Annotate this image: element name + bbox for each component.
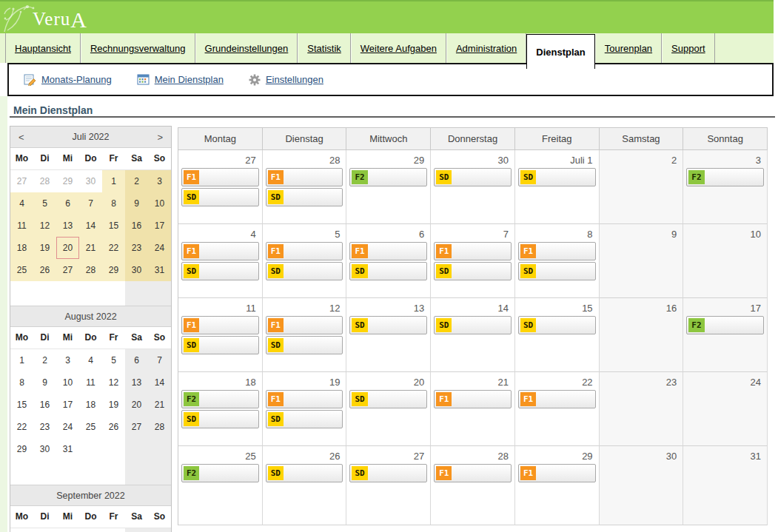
mini-day-cell[interactable]: 13 [125,371,148,394]
shift-entry-f1[interactable]: F1 [181,242,259,260]
shift-entry-sd[interactable]: SD [266,188,343,206]
mini-day-cell[interactable]: 8 [102,192,125,215]
mini-day-cell[interactable]: 27 [56,259,79,281]
mini-day-cell[interactable]: 10 [56,371,79,394]
shift-entry-sd[interactable]: SD [266,410,343,428]
shift-entry-sd[interactable]: SD [434,262,512,280]
mini-day-cell[interactable]: 1 [79,528,102,532]
shift-entry-f1[interactable]: F1 [181,168,259,186]
shift-entry-sd[interactable]: SD [181,262,259,280]
mini-day-cell[interactable]: 9 [125,192,148,215]
shift-entry-f1[interactable]: F1 [434,242,512,260]
shift-entry-sd[interactable]: SD [349,262,427,280]
shift-entry-f2[interactable]: F2 [686,316,764,334]
mini-day-cell[interactable]: 16 [125,215,148,237]
shift-entry-f1[interactable]: F1 [518,390,596,408]
mini-day-cell[interactable]: 29 [102,259,125,281]
mini-day-cell[interactable]: 6 [56,192,79,215]
mini-day-cell[interactable]: 3 [56,349,79,371]
mini-day-cell[interactable] [10,528,33,532]
shift-entry-f1[interactable]: F1 [518,464,596,482]
mini-day-cell[interactable]: 16 [33,394,56,416]
mini-day-cell[interactable]: 14 [79,215,102,237]
mini-day-cell[interactable]: 15 [10,394,33,416]
mini-day-cell[interactable]: 27 [125,416,148,438]
mini-day-cell[interactable]: 9 [33,371,56,394]
mini-day-cell[interactable]: 17 [56,394,79,416]
mini-day-cell[interactable]: 3 [125,528,148,532]
shift-entry-f2[interactable]: F2 [181,390,259,408]
mini-day-cell[interactable]: 21 [148,394,171,416]
mini-day-cell[interactable]: 2 [33,349,56,371]
mini-day-cell[interactable]: 1 [102,170,125,192]
mini-day-cell[interactable] [56,528,79,532]
mini-day-cell[interactable]: 30 [79,170,102,192]
shift-entry-sd[interactable]: SD [266,336,343,354]
mini-day-cell[interactable]: 3 [148,170,171,192]
shift-entry-f2[interactable]: F2 [181,464,259,482]
toolbar-item-mein-dienstplan[interactable]: Mein Dienstplan [137,73,224,86]
mini-day-cell[interactable]: 20 [125,394,148,416]
mini-day-cell[interactable]: 31 [56,438,79,460]
mini-day-cell[interactable]: 11 [10,215,33,237]
mini-day-cell[interactable]: 19 [33,237,56,259]
mini-day-cell[interactable]: 5 [33,192,56,215]
mini-day-cell[interactable]: 20 [56,237,79,259]
mini-day-cell[interactable]: 4 [10,192,33,215]
shift-entry-sd[interactable]: SD [266,262,343,280]
mini-day-cell[interactable]: 17 [148,215,171,237]
mini-day-cell[interactable] [33,528,56,532]
mini-day-cell[interactable]: 23 [33,416,56,438]
mini-day-cell[interactable]: 29 [56,170,79,192]
next-month-arrow[interactable]: > [149,127,171,147]
shift-entry-sd[interactable]: SD [266,464,343,482]
shift-entry-sd[interactable]: SD [518,168,596,186]
mini-day-cell[interactable]: 13 [56,215,79,237]
mini-day-cell[interactable]: 22 [102,237,125,259]
shift-entry-f1[interactable]: F1 [434,464,512,482]
mini-day-cell[interactable]: 4 [148,528,171,532]
mini-day-cell[interactable]: 5 [102,349,125,371]
mini-day-cell[interactable]: 28 [33,170,56,192]
mini-day-cell[interactable]: 26 [33,259,56,281]
mini-day-cell[interactable]: 14 [148,371,171,394]
mini-day-cell[interactable]: 11 [79,371,102,394]
toolbar-item-einstellungen[interactable]: Einstellungen [249,74,323,86]
shift-entry-f2[interactable]: F2 [686,168,764,186]
mini-day-cell[interactable]: 19 [102,394,125,416]
mini-day-cell[interactable]: 24 [148,237,171,259]
tab-dienstplan[interactable]: Dienstplan [526,34,594,69]
mini-day-cell[interactable]: 21 [79,237,102,259]
mini-day-cell[interactable]: 2 [102,528,125,532]
mini-day-cell[interactable]: 8 [10,371,33,394]
shift-entry-f1[interactable]: F1 [266,316,343,334]
mini-day-cell[interactable]: 26 [102,416,125,438]
shift-entry-sd[interactable]: SD [181,410,259,428]
mini-day-cell[interactable]: 22 [10,416,33,438]
tab-statistik[interactable]: Statistik [298,33,351,63]
mini-day-cell[interactable] [125,438,148,460]
mini-day-cell[interactable]: 18 [10,237,33,259]
shift-entry-f1[interactable]: F1 [434,390,512,408]
mini-day-cell[interactable] [148,438,171,460]
mini-day-cell[interactable]: 27 [10,170,33,192]
mini-day-cell[interactable]: 6 [125,349,148,371]
shift-entry-f1[interactable]: F1 [266,390,343,408]
shift-entry-sd[interactable]: SD [518,316,596,334]
mini-day-cell[interactable] [79,438,102,460]
mini-day-cell[interactable]: 7 [148,349,171,371]
shift-entry-sd[interactable]: SD [434,316,512,334]
mini-day-cell[interactable]: 31 [148,259,171,281]
shift-entry-sd[interactable]: SD [181,188,259,206]
mini-day-cell[interactable]: 24 [56,416,79,438]
mini-day-cell[interactable]: 28 [79,259,102,281]
tab-tourenplan[interactable]: Tourenplan [595,33,662,63]
mini-day-cell[interactable]: 2 [125,170,148,192]
shift-entry-f2[interactable]: F2 [349,168,427,186]
tab-grundeinstellungen[interactable]: Grundeinstellungen [195,33,298,63]
mini-day-cell[interactable]: 12 [102,371,125,394]
shift-entry-f1[interactable]: F1 [349,242,427,260]
mini-day-cell[interactable]: 10 [148,192,171,215]
mini-day-cell[interactable]: 25 [10,259,33,281]
shift-entry-sd[interactable]: SD [434,168,512,186]
